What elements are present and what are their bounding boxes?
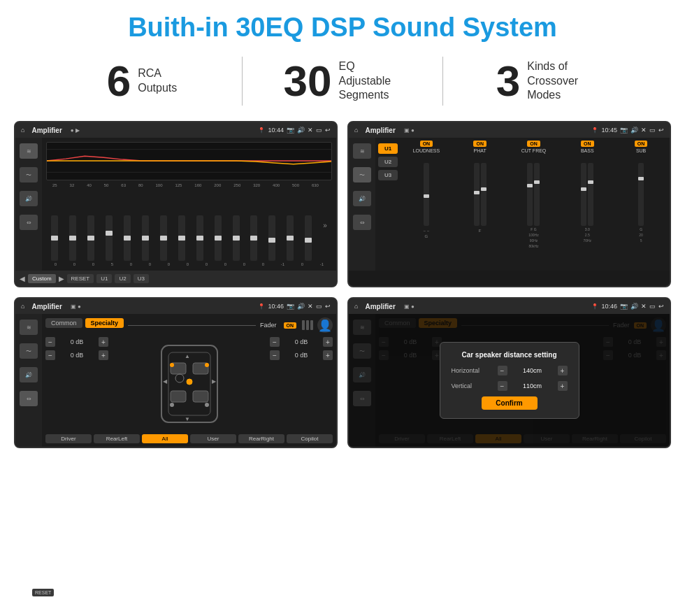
btn-rearleft[interactable]: RearLeft xyxy=(94,434,140,443)
cross-vslider-p1[interactable] xyxy=(474,163,480,226)
person-icon: 👤 xyxy=(317,317,333,333)
btn-copilot[interactable]: Copilot xyxy=(287,434,333,443)
eq-slider-10[interactable] xyxy=(233,215,240,261)
fader-on-btn[interactable]: ON xyxy=(284,322,297,329)
dialog-horizontal-value: 140cm xyxy=(510,367,555,374)
cross-vslider-b2[interactable] xyxy=(588,163,593,226)
svg-text:▼: ▼ xyxy=(185,416,190,422)
app-title-4: Amplifier xyxy=(365,303,395,310)
sp-fl-minus[interactable]: − xyxy=(45,337,55,347)
dialog-horizontal-plus[interactable]: + xyxy=(558,366,568,375)
eq-reset-btn[interactable]: RESET xyxy=(67,274,94,283)
cross-on-sub[interactable]: ON xyxy=(635,141,648,147)
svg-point-9 xyxy=(175,374,184,382)
sp-fr-plus[interactable]: + xyxy=(323,337,333,347)
eq-slider-2[interactable] xyxy=(87,215,94,261)
sidebar-vol-icon[interactable]: 🔊 xyxy=(20,191,38,206)
cross-on-phat[interactable]: ON xyxy=(473,141,486,147)
eq-slider-1[interactable] xyxy=(69,215,76,261)
dialog-horizontal-row: Horizontal − 140cm + xyxy=(452,366,568,375)
sp-control-fr: − 0 dB + xyxy=(270,337,333,347)
tab-common[interactable]: Common xyxy=(45,318,82,328)
svg-point-14 xyxy=(205,403,209,407)
cross-vslider-p2[interactable] xyxy=(481,163,486,226)
btn-driver[interactable]: Driver xyxy=(45,434,92,443)
eq-slider-13[interactable] xyxy=(287,215,294,261)
cross-vslider-cf2[interactable] xyxy=(534,163,540,226)
eq-next-btn[interactable]: ▶ xyxy=(59,275,64,282)
eq-custom-btn[interactable]: Custom xyxy=(28,274,56,283)
eq-slider-3[interactable] xyxy=(106,215,113,261)
play-dots-2: ▣ ● xyxy=(404,127,414,134)
sp-fr-minus[interactable]: − xyxy=(270,337,280,347)
cross-vslider-cf1[interactable] xyxy=(527,163,533,226)
location-icon-3: 📍 xyxy=(258,303,265,310)
left-sidebar-1: ≋ 〜 🔊 ⇔ xyxy=(15,138,42,271)
dialog-vertical-minus[interactable]: − xyxy=(498,381,507,391)
expand-icon: » xyxy=(323,222,327,229)
cross-on-bass[interactable]: ON xyxy=(581,141,594,147)
eq-slider-0[interactable] xyxy=(51,215,58,261)
cross-on-cutfreq[interactable]: ON xyxy=(527,141,540,147)
eq-slider-7[interactable] xyxy=(178,215,185,261)
cross-vslider-l1[interactable] xyxy=(424,163,429,226)
confirm-button[interactable]: Confirm xyxy=(482,396,538,410)
sp-rr-minus[interactable]: − xyxy=(270,350,280,360)
eq-u3-btn[interactable]: U3 xyxy=(134,274,149,283)
speaker-bottom-buttons: Driver RearLeft All User RearRight Copil… xyxy=(45,434,333,443)
dialog-vertical-plus[interactable]: + xyxy=(558,381,568,391)
btn-rearright[interactable]: RearRight xyxy=(238,434,284,443)
sidebar-bal-icon[interactable]: ⇔ xyxy=(20,215,38,230)
sidebar-eq-icon[interactable]: ≋ xyxy=(20,143,38,159)
eq-prev-btn[interactable]: ◀ xyxy=(20,275,25,282)
svg-point-13 xyxy=(170,403,174,407)
sidebar-wave-icon-3[interactable]: 〜 xyxy=(20,343,38,359)
btn-user[interactable]: User xyxy=(190,434,236,443)
cross-sliders-phat xyxy=(474,156,486,226)
eq-slider-8[interactable] xyxy=(196,215,203,261)
freq-160: 160 xyxy=(194,183,201,187)
sp-rl-minus[interactable]: − xyxy=(45,350,55,360)
btn-all[interactable]: All xyxy=(142,434,188,443)
eq-slider-14[interactable] xyxy=(305,215,312,261)
screen-crossover: ⌂ Amplifier ▣ ● 📍 10:45 📷 🔊 ✕ ▭ ↩ ≋ 〜 🔊 … xyxy=(347,121,671,287)
cross-u1-btn[interactable]: U1 xyxy=(378,143,398,154)
home-icon-4: ⌂ xyxy=(354,303,358,310)
sp-fl-plus[interactable]: + xyxy=(99,337,108,347)
dialog-horizontal-minus[interactable]: − xyxy=(498,366,507,375)
screens-grid: ⌂ Amplifier ● ▶ 📍 10:44 📷 🔊 ✕ ▭ ↩ ≋ 〜 🔊 … xyxy=(0,115,685,455)
cross-vslider-b1[interactable] xyxy=(581,163,586,226)
eq-slider-12[interactable] xyxy=(268,215,275,261)
eq-slider-5[interactable] xyxy=(142,215,149,261)
eq-slider-6[interactable] xyxy=(160,215,167,261)
eq-slider-4[interactable] xyxy=(124,215,131,261)
sp-rl-plus[interactable]: + xyxy=(99,350,108,360)
camera-icon-3: 📷 xyxy=(287,303,294,310)
sp-rr-plus[interactable]: + xyxy=(323,350,333,360)
cross-channel-bass: ON BASS 3.0 2.5 70Hz xyxy=(561,141,613,268)
eq-slider-9[interactable] xyxy=(215,215,222,261)
app-title-2: Amplifier xyxy=(365,127,395,134)
sidebar-wave-icon-2[interactable]: 〜 xyxy=(353,167,371,182)
sidebar-bal-icon-3[interactable]: ⇔ xyxy=(20,391,38,406)
eq-u2-btn[interactable]: U2 xyxy=(115,274,130,283)
status-bar-2: ⌂ Amplifier ▣ ● 📍 10:45 📷 🔊 ✕ ▭ ↩ xyxy=(349,122,670,138)
tab-specialty[interactable]: Specialty xyxy=(85,318,124,328)
vol-icon-4: 🔊 xyxy=(630,303,638,310)
sidebar-eq-icon-3[interactable]: ≋ xyxy=(20,320,38,335)
sidebar-wave-icon[interactable]: 〜 xyxy=(20,167,38,182)
cross-on-loudness[interactable]: ON xyxy=(420,141,433,147)
eq-u1-btn[interactable]: U1 xyxy=(96,274,112,283)
cross-u2-btn[interactable]: U2 xyxy=(378,157,398,167)
rect-icon-4: ▭ xyxy=(649,303,656,310)
sidebar-vol-icon-3[interactable]: 🔊 xyxy=(20,367,38,382)
eq-slider-11[interactable] xyxy=(250,215,257,261)
cross-u3-btn[interactable]: U3 xyxy=(378,170,398,180)
sidebar-bal-icon-2[interactable]: ⇔ xyxy=(353,215,371,230)
cross-vslider-s1[interactable] xyxy=(638,163,644,226)
eq-sliders-row: » xyxy=(46,189,332,261)
sidebar-vol-icon-2[interactable]: 🔊 xyxy=(353,191,371,206)
sp-rr-value: 0 dB xyxy=(282,352,321,359)
sidebar-eq-icon-2[interactable]: ≋ xyxy=(353,143,371,159)
dialog-horizontal-input: − 140cm + xyxy=(498,366,568,375)
